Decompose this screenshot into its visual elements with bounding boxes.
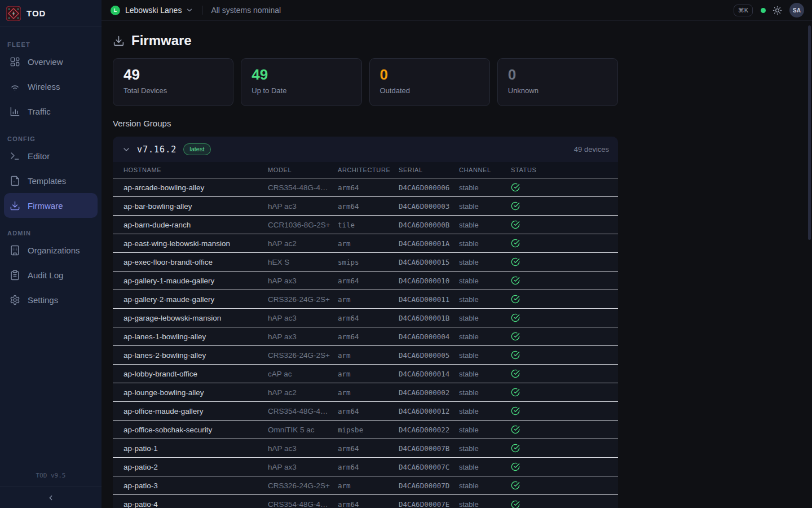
column-header-status: STATUS — [511, 167, 618, 173]
table-header-row: HOSTNAME MODEL ARCHITECTURE SERIAL CHANN… — [113, 162, 618, 178]
device-hostname: ap-exec-floor-brandt-office — [123, 258, 268, 266]
device-architecture: arm64 — [338, 314, 399, 322]
device-table-body: ap-arcade-bowling-alley CRS354-48G-4S+… … — [113, 178, 618, 508]
nav-section-fleet: FLEET — [0, 41, 102, 48]
table-row[interactable]: ap-east-wing-lebowski-mansion hAP ac2 ar… — [113, 234, 618, 253]
sidebar-item-label: Templates — [28, 176, 66, 186]
device-model: CRS354-48G-4S+… — [268, 500, 338, 508]
check-circle-icon — [511, 257, 520, 266]
table-row[interactable]: ap-lobby-brandt-office cAP ac arm D4CA6D… — [113, 365, 618, 383]
sidebar-item-firmware[interactable]: Firmware — [4, 193, 98, 218]
section-title: Version Groups — [113, 119, 618, 128]
check-circle-icon — [511, 220, 520, 229]
device-channel: stable — [459, 239, 511, 248]
device-model: CCR1036-8G-2S+ — [268, 221, 338, 229]
sidebar-item-audit-log[interactable]: Audit Log — [4, 262, 98, 287]
device-model: CRS326-24G-2S+ — [268, 351, 338, 360]
stat-label: Outdated — [380, 86, 479, 95]
check-circle-icon — [511, 444, 520, 453]
device-hostname: ap-office-sobchak-security — [123, 426, 268, 434]
sidebar-item-label: Overview — [28, 57, 63, 67]
device-channel: stable — [459, 183, 511, 192]
sidebar-item-templates[interactable]: Templates — [4, 168, 98, 193]
check-circle-icon — [511, 388, 520, 397]
device-serial: D4CA6D00007D — [399, 481, 459, 490]
device-architecture: arm — [338, 370, 399, 378]
table-row[interactable]: ap-barn-dude-ranch CCR1036-8G-2S+ tile D… — [113, 216, 618, 234]
table-row[interactable]: ap-office-maude-gallery CRS354-48G-4S+… … — [113, 402, 618, 421]
device-serial: D4CA6D000002 — [399, 388, 459, 397]
check-circle-icon — [511, 369, 520, 378]
user-avatar[interactable]: SA — [789, 3, 804, 17]
device-architecture: arm64 — [338, 444, 399, 453]
device-serial: D4CA6D00007E — [399, 500, 459, 508]
device-architecture: arm64 — [338, 183, 399, 192]
command-palette-shortcut[interactable]: ⌘K — [734, 5, 753, 16]
table-row[interactable]: ap-lanes-1-bowling-alley hAP ax3 arm64 D… — [113, 327, 618, 346]
sidebar-item-overview[interactable]: Overview — [4, 49, 98, 74]
sidebar-item-editor[interactable]: Editor — [4, 143, 98, 168]
sidebar: TOD FLEET Overview Wireless Traffic CONF… — [0, 0, 102, 508]
table-row[interactable]: ap-gallery-1-maude-gallery hAP ax3 arm64… — [113, 271, 618, 290]
device-serial: D4CA6D000004 — [399, 332, 459, 341]
check-circle-icon — [511, 202, 520, 211]
device-hostname: ap-lanes-1-bowling-alley — [123, 332, 268, 341]
table-row[interactable]: ap-arcade-bowling-alley CRS354-48G-4S+… … — [113, 178, 618, 197]
chevron-down-icon[interactable] — [186, 6, 193, 14]
sidebar-item-label: Settings — [28, 295, 58, 305]
check-circle-icon — [511, 462, 520, 471]
table-row[interactable]: ap-gallery-2-maude-gallery CRS326-24G-2S… — [113, 290, 618, 309]
device-architecture: arm64 — [338, 277, 399, 285]
app-version: TOD v9.5 — [0, 467, 102, 487]
version-group-header[interactable]: v7.16.2 latest 49 devices — [113, 137, 618, 162]
device-serial: D4CA6D000006 — [399, 183, 459, 192]
table-row[interactable]: ap-patio-1 hAP ac3 arm64 D4CA6D00007B st… — [113, 439, 618, 458]
check-circle-icon — [511, 276, 520, 285]
vertical-scrollbar[interactable] — [808, 25, 811, 240]
device-model: hEX S — [268, 258, 338, 266]
device-channel: stable — [459, 258, 511, 266]
device-hostname: ap-lobby-brandt-office — [123, 370, 268, 378]
sidebar-item-wireless[interactable]: Wireless — [4, 74, 98, 99]
page-content: Firmware 49 Total Devices 49 Up to Date — [102, 21, 812, 508]
table-row[interactable]: ap-exec-floor-brandt-office hEX S smips … — [113, 253, 618, 271]
stat-card: 0 Unknown — [497, 58, 618, 106]
org-switcher[interactable]: Lebowski Lanes — [125, 6, 182, 15]
gear-icon — [10, 295, 20, 305]
check-circle-icon — [511, 500, 520, 508]
table-row[interactable]: ap-lanes-2-bowling-alley CRS326-24G-2S+ … — [113, 346, 618, 365]
table-row[interactable]: ap-office-sobchak-security OmniTIK 5 ac … — [113, 421, 618, 439]
clipboard-icon — [10, 270, 20, 281]
sidebar-item-traffic[interactable]: Traffic — [4, 99, 98, 124]
sun-icon[interactable] — [773, 6, 782, 15]
device-serial: D4CA6D000012 — [399, 407, 459, 415]
sidebar-item-label: Firmware — [28, 201, 63, 211]
device-channel: stable — [459, 314, 511, 322]
table-row[interactable]: ap-garage-lebowski-mansion hAP ac3 arm64… — [113, 309, 618, 327]
device-architecture: arm64 — [338, 202, 399, 211]
device-hostname: ap-patio-4 — [123, 500, 268, 508]
table-row[interactable]: ap-bar-bowling-alley hAP ac3 arm64 D4CA6… — [113, 197, 618, 216]
table-row[interactable]: ap-patio-3 CRS326-24G-2S+ arm D4CA6D0000… — [113, 476, 618, 495]
device-hostname: ap-garage-lebowski-mansion — [123, 314, 268, 322]
device-model: hAP ac3 — [268, 314, 338, 322]
sidebar-item-settings[interactable]: Settings — [4, 287, 98, 312]
sidebar-collapse-button[interactable] — [0, 487, 102, 508]
table-row[interactable]: ap-patio-4 CRS354-48G-4S+… arm64 D4CA6D0… — [113, 495, 618, 508]
device-hostname: ap-east-wing-lebowski-mansion — [123, 239, 268, 248]
device-model: hAP ax3 — [268, 332, 338, 341]
device-hostname: ap-gallery-2-maude-gallery — [123, 295, 268, 304]
device-channel: stable — [459, 221, 511, 229]
chevron-down-icon[interactable] — [122, 145, 131, 154]
stat-label: Total Devices — [123, 86, 223, 95]
topbar: L Lebowski Lanes All systems nominal ⌘K … — [102, 0, 812, 21]
device-serial: D4CA6D00007C — [399, 463, 459, 471]
stat-label: Up to Date — [251, 86, 351, 95]
table-row[interactable]: ap-patio-2 hAP ax3 arm64 D4CA6D00007C st… — [113, 458, 618, 476]
device-serial: D4CA6D00001A — [399, 239, 459, 248]
stat-card: 0 Outdated — [369, 58, 490, 106]
table-row[interactable]: ap-lounge-bowling-alley hAP ac2 arm D4CA… — [113, 383, 618, 402]
sidebar-item-organizations[interactable]: Organizations — [4, 238, 98, 262]
check-circle-icon — [511, 351, 520, 360]
health-indicator-dot — [761, 8, 766, 13]
